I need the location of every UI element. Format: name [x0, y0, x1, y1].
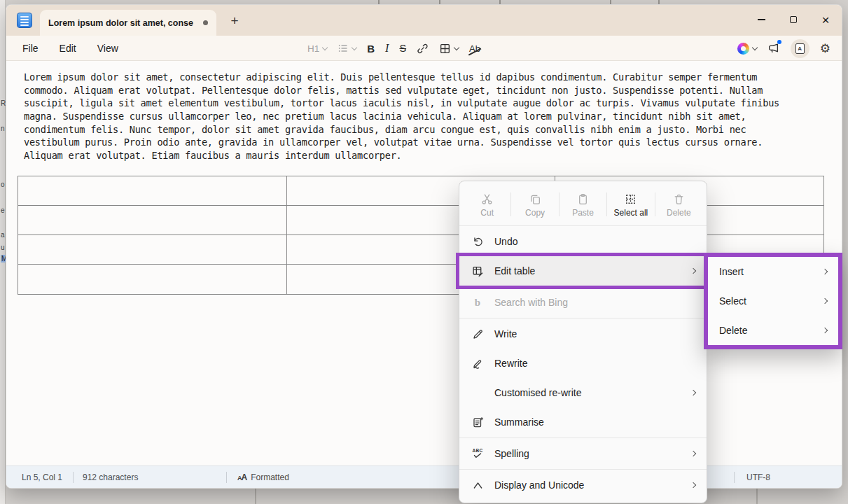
list-icon — [338, 43, 349, 54]
copy-button[interactable]: Copy — [511, 192, 558, 218]
menu-item-summarise[interactable]: Summarise — [459, 407, 707, 437]
select-all-button[interactable]: Select all — [607, 192, 654, 218]
submenu-item-select[interactable]: Select — [708, 286, 838, 316]
clear-format-button[interactable]: Ab — [469, 43, 480, 54]
menu-item-edit-table[interactable]: Edit table — [459, 256, 707, 286]
trash-icon — [673, 192, 685, 205]
menu-file[interactable]: File — [22, 43, 39, 54]
menu-item-rewrite[interactable]: Rewrite — [459, 349, 707, 378]
edge-letter: o — [1, 181, 5, 188]
close-icon: × — [821, 13, 829, 27]
table-cell[interactable] — [18, 176, 287, 206]
maximize-button[interactable] — [777, 5, 809, 34]
minimize-icon — [758, 19, 765, 20]
title-bar: Lorem ipsum dolor sit amet, conse + × — [6, 5, 842, 36]
table-cell[interactable] — [18, 206, 287, 235]
status-divider — [226, 472, 227, 483]
settings-button[interactable]: ⚙ — [820, 41, 830, 55]
undo-icon — [471, 236, 485, 248]
menu-item-search-with-bing[interactable]: b Search with Bing — [459, 288, 707, 317]
chevron-right-icon — [690, 451, 696, 456]
background-window-edge — [756, 489, 758, 504]
text-line: magna. Suspendisse cursus ullamcorper le… — [24, 111, 779, 124]
edge-letter: a — [1, 231, 5, 239]
text-line: commodo. Aliquam erat volutpat. Pellente… — [24, 85, 779, 98]
notepad-app-icon — [17, 13, 32, 28]
document-text: Lorem ipsum dolor sit amet, consectetur … — [24, 71, 779, 163]
menu-edit[interactable]: Edit — [60, 43, 76, 54]
chevron-right-icon — [822, 298, 828, 304]
background-window-sliver: R n o e a u M — [0, 0, 6, 504]
table-cell[interactable] — [18, 265, 287, 294]
menu-item-display-and-unicode[interactable]: Display and Unicode — [459, 470, 707, 500]
chevron-right-icon — [690, 268, 696, 274]
copy-icon — [529, 192, 541, 205]
minimize-button[interactable] — [745, 5, 777, 34]
link-button[interactable] — [417, 43, 429, 55]
chevron-right-icon — [690, 390, 696, 396]
cursor-position: Ln 5, Col 1 — [22, 466, 62, 489]
notification-dot — [777, 40, 781, 44]
menu-item-spelling[interactable]: ABC Spelling — [459, 439, 707, 468]
list-dropdown[interactable] — [338, 43, 356, 54]
document-tab[interactable]: Lorem ipsum dolor sit amet, conse — [40, 10, 216, 36]
edit-table-submenu: Insert Select Delete — [704, 253, 842, 349]
close-button[interactable]: × — [809, 5, 842, 34]
edge-letter: u — [1, 244, 5, 251]
toolbar-row: File Edit View H1 B I S Ab — [6, 36, 842, 61]
select-all-icon — [625, 192, 637, 205]
copilot-dropdown[interactable] — [737, 43, 757, 55]
status-divider — [734, 472, 735, 483]
bing-icon: b — [471, 297, 485, 309]
feedback-button[interactable] — [767, 42, 780, 55]
chevron-right-icon — [822, 328, 828, 333]
cut-button[interactable]: Cut — [464, 192, 510, 218]
edge-letter: n — [1, 125, 5, 132]
gear-icon: ⚙ — [820, 41, 830, 55]
table-icon — [439, 43, 451, 55]
chevron-down-icon — [322, 44, 328, 50]
italic-button[interactable]: I — [385, 42, 389, 55]
clipboard-icon — [577, 192, 589, 205]
submenu-item-insert[interactable]: Insert — [708, 257, 838, 286]
background-window-edge — [255, 489, 256, 504]
status-divider — [73, 472, 74, 483]
menu-divider — [459, 286, 707, 287]
menu-item-write[interactable]: Write — [459, 319, 707, 349]
menu-view[interactable]: View — [97, 43, 118, 54]
menu-item-undo[interactable]: Undo — [459, 227, 707, 256]
menu-divider — [459, 225, 707, 226]
summarise-icon — [471, 416, 485, 428]
copilot-icon — [737, 43, 749, 55]
scissors-icon — [481, 192, 493, 205]
delete-button[interactable]: Delete — [655, 192, 702, 218]
paste-button[interactable]: Paste — [559, 192, 606, 218]
new-tab-button[interactable]: + — [225, 11, 244, 31]
encoding-indicator: UTF-8 — [746, 466, 770, 489]
table-cell[interactable] — [18, 235, 287, 265]
heading-dropdown[interactable]: H1 — [307, 43, 327, 54]
text-line: suscipit, ligula sit amet elementum vest… — [24, 97, 779, 111]
menu-bar: File Edit View — [22, 36, 118, 61]
chevron-down-icon — [752, 44, 758, 50]
menu-item-customised-rewrite[interactable]: Customised re-write — [459, 378, 707, 407]
table-dropdown[interactable] — [439, 43, 459, 55]
document-a-icon: A — [795, 43, 805, 54]
rewrite-log-button[interactable]: A — [791, 39, 809, 58]
text-line: vestibulum purus. Proin odio ante, gravi… — [24, 136, 779, 150]
menu-divider — [459, 438, 707, 438]
formatted-indicator: AA Formatted — [237, 466, 289, 489]
right-toolbar: A ⚙ — [737, 36, 830, 61]
character-count: 912 characters — [83, 466, 138, 489]
chevron-right-icon — [822, 269, 828, 274]
font-size-icon: AA — [237, 472, 246, 482]
unsaved-indicator-dot — [203, 20, 208, 25]
tab-title: Lorem ipsum dolor sit amet, conse — [48, 18, 197, 28]
edge-letter: e — [1, 206, 5, 214]
notepad-window: Lorem ipsum dolor sit amet, conse + × Fi… — [6, 4, 842, 489]
bold-button[interactable]: B — [367, 43, 375, 55]
submenu-item-delete[interactable]: Delete — [708, 316, 838, 345]
desktop: R n o e a u M Lorem ipsum dolor sit amet… — [0, 0, 848, 504]
text-line: Lorem ipsum dolor sit amet, consectetur … — [24, 71, 779, 85]
strikethrough-button[interactable]: S — [399, 43, 406, 54]
